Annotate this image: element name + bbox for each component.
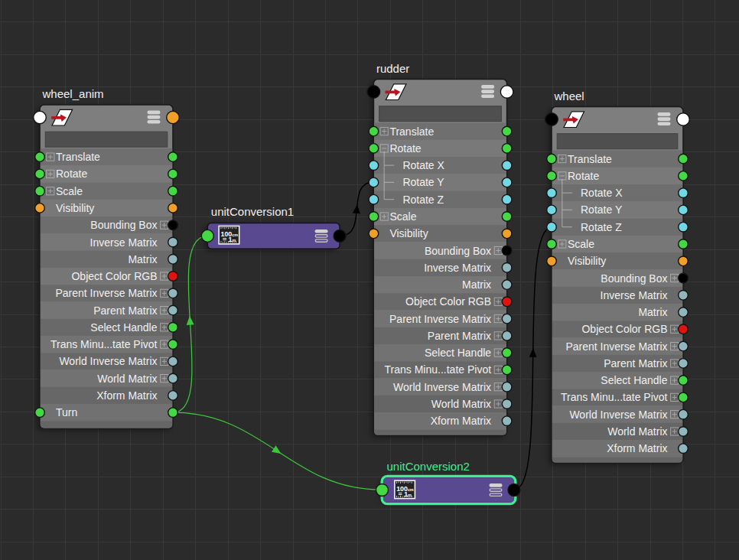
svg-text:Trans Minu...tate Pivot: Trans Minu...tate Pivot [561,391,668,403]
svg-text:Xform Matrix: Xform Matrix [96,389,157,402]
svg-text:Trans Minu...tate Pivot: Trans Minu...tate Pivot [50,338,158,350]
svg-text:Turn: Turn [56,406,77,418]
svg-text:Select Handle: Select Handle [601,374,667,386]
svg-text:Rotate Z: Rotate Z [581,221,622,233]
svg-text:Parent Matrix: Parent Matrix [93,304,157,317]
svg-text:Rotate X: Rotate X [581,187,623,199]
svg-text:Translate: Translate [568,153,612,165]
svg-text:Scale: Scale [389,210,416,223]
svg-text:Rotate Z: Rotate Z [402,194,444,206]
svg-text:Matrix: Matrix [462,278,491,291]
svg-text:Xform Matrix: Xform Matrix [607,442,667,454]
svg-text:Rotate Y: Rotate Y [581,203,623,216]
svg-text:Translate: Translate [389,125,434,138]
svg-text:World Matrix: World Matrix [607,425,667,438]
svg-text:World Matrix: World Matrix [97,373,157,385]
svg-text:Rotate: Rotate [389,142,421,155]
svg-text:Visibility: Visibility [389,227,428,239]
svg-text:Parent Inverse Matrix: Parent Inverse Matrix [55,287,157,299]
svg-text:Visibility: Visibility [56,202,94,214]
svg-text:Parent Matrix: Parent Matrix [428,330,491,342]
svg-text:wheel: wheel [554,90,584,103]
svg-text:wheel_anim: wheel_anim [42,87,104,100]
svg-text:World Inverse Matrix: World Inverse Matrix [59,355,157,367]
svg-text:Object Color RGB: Object Color RGB [71,270,157,282]
svg-text:Object Color RGB: Object Color RGB [405,295,491,308]
svg-text:rudder: rudder [376,62,409,75]
svg-text:Visibility: Visibility [568,255,606,267]
svg-text:Scale: Scale [56,185,83,197]
svg-text:Inverse Matrix: Inverse Matrix [601,289,668,301]
svg-text:Select Handle: Select Handle [90,321,157,334]
svg-text:Rotate Y: Rotate Y [402,176,444,188]
svg-text:Parent Inverse Matrix: Parent Inverse Matrix [389,313,491,325]
svg-text:World Inverse Matrix: World Inverse Matrix [569,409,667,421]
svg-text:Inverse Matrix: Inverse Matrix [90,236,158,249]
svg-text:Trans Minu...tate Pivot: Trans Minu...tate Pivot [385,363,492,376]
svg-text:Object Color RGB: Object Color RGB [581,323,667,335]
svg-text:Parent Matrix: Parent Matrix [604,357,667,370]
svg-text:unitConversion1: unitConversion1 [211,205,294,218]
svg-text:Bounding Box: Bounding Box [601,272,667,285]
svg-text:Parent Inverse Matrix: Parent Inverse Matrix [565,340,667,353]
svg-text:unitConversion2: unitConversion2 [387,460,470,473]
svg-text:Scale: Scale [568,238,594,250]
svg-text:Bounding Box: Bounding Box [425,245,491,257]
svg-text:Translate: Translate [56,151,100,163]
svg-text:Rotate X: Rotate X [402,159,444,171]
svg-text:Matrix: Matrix [638,306,667,318]
svg-text:Select Handle: Select Handle [425,347,491,359]
svg-text:Matrix: Matrix [128,253,157,265]
svg-text:Rotate: Rotate [568,170,599,182]
svg-text:World Matrix: World Matrix [431,398,491,410]
svg-text:Rotate: Rotate [56,168,87,180]
svg-text:Bounding Box: Bounding Box [90,219,157,231]
svg-text:World Inverse Matrix: World Inverse Matrix [393,381,491,393]
svg-text:Inverse Matrix: Inverse Matrix [424,262,491,274]
svg-text:Xform Matrix: Xform Matrix [431,415,491,427]
